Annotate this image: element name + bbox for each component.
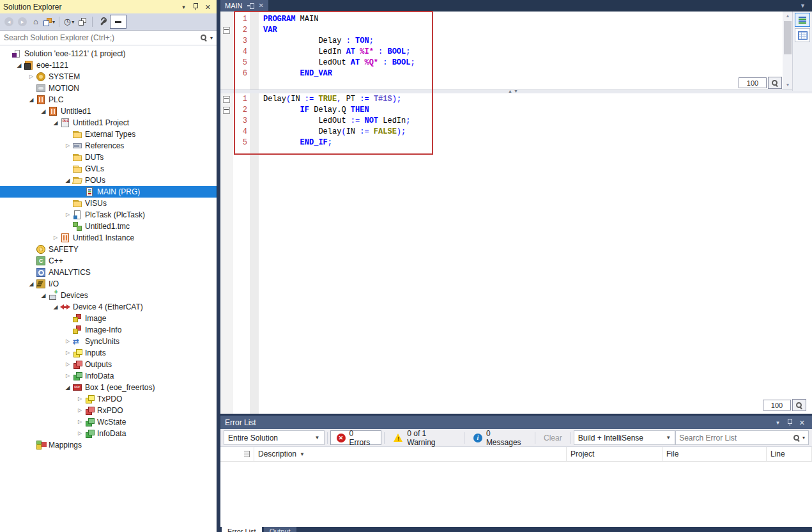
expander-expanded-icon[interactable] [15,59,24,72]
tree-item-duts[interactable]: DUTs [0,152,217,163]
tree-item-visus[interactable]: VISUs [0,198,217,209]
tree-item-untitled1-instance[interactable]: Untitled1 Instance [0,232,217,244]
search-input[interactable] [4,33,200,42]
tree-item-solution-eoe-1121-1-project[interactable]: Solution 'eoe-1121' (1 project) [0,48,217,59]
bottom-tab-output[interactable]: Output [264,527,296,532]
forward-icon[interactable]: ▸ [17,15,28,28]
tab-close-icon[interactable]: ✕ [259,3,264,9]
column-header-project[interactable]: Project [567,447,663,461]
tree-item-wcstate[interactable]: WcState [0,416,217,428]
window-position-caret-icon[interactable]: ▾ [178,4,189,10]
tree-item-untitled1[interactable]: Untitled1 [0,106,217,117]
tree-item-system[interactable]: SYSTEM [0,71,217,82]
expander-expanded-icon[interactable] [27,278,36,290]
code-text[interactable]: IF Delay.Q THEN [259,105,369,116]
code-text[interactable]: END_IF; [259,137,332,148]
tab-main[interactable]: MAIN ✕ [220,0,268,12]
fold-collapse-icon[interactable] [220,105,233,116]
pending-changes-filter-icon[interactable]: ◷▾ [63,15,75,28]
pin-icon[interactable] [787,419,793,426]
search-icon[interactable] [793,434,801,442]
tree-item-external-types[interactable]: External Types [0,129,217,140]
tree-item-devices[interactable]: Devices [0,290,217,301]
declaration-editor[interactable]: 1PROGRAM MAIN2VAR3 Delay : TON;4 LedIn A… [220,12,812,92]
sync-with-active-document-icon[interactable] [77,15,88,28]
expander-collapsed-icon[interactable] [63,140,72,152]
bottom-tab-error-list[interactable]: Error List [222,527,262,532]
expander-collapsed-icon[interactable] [75,416,84,428]
expander-expanded-icon[interactable] [51,117,60,129]
expander-expanded-icon[interactable] [39,106,48,118]
errors-filter-button[interactable]: ✕ 0 Errors [330,430,382,445]
declaration-scrollbar[interactable]: ▲ ▼ [783,12,793,90]
back-icon[interactable]: ◂ [3,15,15,28]
column-header-description[interactable]: Description▼ [254,447,567,461]
expander-collapsed-icon[interactable] [63,359,72,370]
expander-collapsed-icon[interactable] [27,71,36,82]
tab-list-caret-icon[interactable]: ▼ [793,3,812,9]
tree-item-device-4-ethercat[interactable]: Device 4 (EtherCAT) [0,301,217,313]
column-header-file[interactable]: File [663,447,767,461]
zoom-level-input[interactable] [763,400,791,411]
tree-item-box-1-eoe-freertos[interactable]: Box 1 (eoe_freertos) [0,382,217,393]
zoom-tool-button[interactable] [792,399,806,411]
messages-filter-button[interactable]: i 0 Messages [467,430,532,445]
code-text[interactable]: LedOut AT %Q* : BOOL; [259,58,415,68]
tree-item-analytics[interactable]: ANALYTICS [0,267,217,278]
textual-view-button[interactable] [795,13,810,27]
code-text[interactable]: PROGRAM MAIN [259,14,318,25]
window-position-caret-icon[interactable]: ▾ [772,419,783,426]
implementation-editor[interactable]: 1Delay(IN := TRUE, PT := T#1S);2 IF Dela… [220,93,812,414]
build-filter-dropdown[interactable]: Build + IntelliSense ▼ [574,430,675,445]
properties-wrench-icon[interactable] [96,15,108,28]
splitter-grip-icon[interactable]: ▲▼ [508,89,519,93]
tree-item-infodata[interactable]: InfoData [0,428,217,439]
clear-button[interactable]: Clear [538,434,568,442]
zoom-tool-button[interactable] [768,77,782,89]
expander-expanded-icon[interactable] [27,94,36,106]
code-text[interactable]: VAR [259,25,277,36]
search-icon[interactable] [200,34,208,42]
tab-pin-icon[interactable] [247,3,254,8]
expander-expanded-icon[interactable] [39,290,48,302]
preview-selected-items-icon[interactable] [110,15,126,29]
expander-expanded-icon[interactable] [63,175,72,187]
tree-item-syncunits[interactable]: SyncUnits [0,336,217,347]
tree-item-rxpdo[interactable]: RxPDO [0,405,217,416]
scrollbar-thumb[interactable] [784,21,792,54]
expander-expanded-icon[interactable] [63,382,72,394]
tree-item-plc[interactable]: PLC [0,94,217,106]
expander-collapsed-icon[interactable] [63,347,72,359]
expander-collapsed-icon[interactable] [75,393,84,405]
fold-collapse-icon[interactable] [220,94,233,105]
pin-icon[interactable] [193,3,199,11]
tree-item-c[interactable]: C++ [0,255,217,267]
column-header-line[interactable]: Line [767,447,812,461]
code-text[interactable]: LedOut := NOT LedIn; [259,116,410,127]
tree-item-gvls[interactable]: GVLs [0,163,217,175]
tree-item-eoe-1121[interactable]: eoe-1121 [0,59,217,71]
close-icon[interactable]: ✕ [203,3,213,11]
tree-item-untitled1-tmc[interactable]: Untitled1.tmc [0,221,217,232]
tree-item-main-prg[interactable]: MAIN (PRG) [0,186,217,198]
search-options-caret-icon[interactable]: ▾ [802,435,805,441]
tree-item-plctask-plctask[interactable]: PlcTask (PlcTask) [0,209,217,221]
expander-collapsed-icon[interactable] [63,370,72,382]
tree-item-pous[interactable]: POUs [0,175,217,186]
code-text[interactable]: END_VAR [259,68,332,79]
scroll-up-icon[interactable]: ▲ [783,12,793,20]
search-error-list-input[interactable] [679,434,791,442]
expander-collapsed-icon[interactable] [75,428,84,439]
close-icon[interactable]: ✕ [797,419,808,426]
search-options-caret-icon[interactable]: ▾ [210,35,213,41]
code-text[interactable]: LedIn AT %I* : BOOL; [259,47,410,58]
tree-item-inputs[interactable]: Inputs [0,347,217,359]
tree-item-untitled1-project[interactable]: Untitled1 Project [0,117,217,129]
code-text[interactable]: Delay : TON; [259,36,374,47]
scope-dropdown[interactable]: Entire Solution ▼ [224,430,325,445]
tree-item-txpdo[interactable]: TxPDO [0,393,217,405]
warnings-filter-button[interactable]: 0 of 1 Warning [387,430,461,445]
error-list-body[interactable] [220,462,812,527]
tree-item-image-info[interactable]: Image-Info [0,324,217,336]
fold-collapse-icon[interactable] [220,25,233,36]
